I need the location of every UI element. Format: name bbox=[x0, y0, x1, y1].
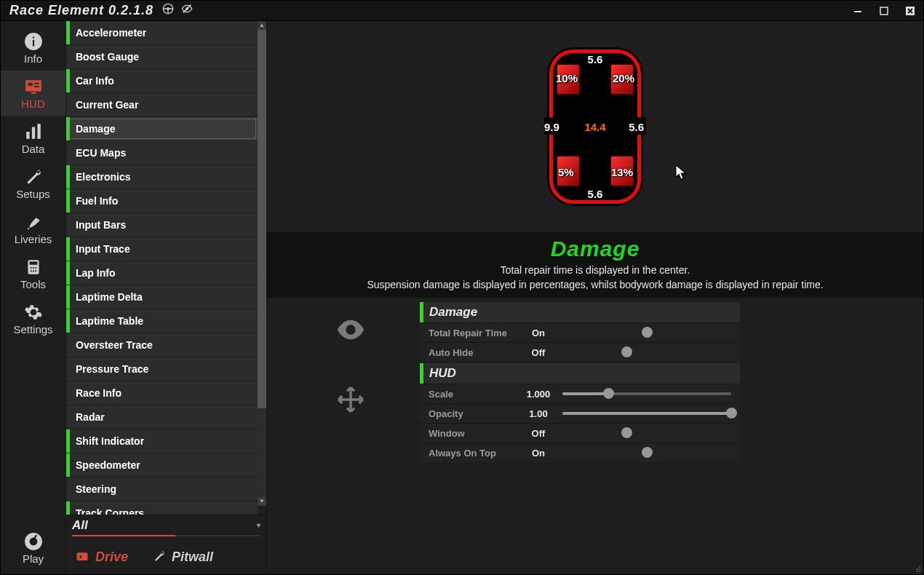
svg-point-21 bbox=[30, 267, 31, 269]
mode-label: Pitwall bbox=[172, 550, 213, 565]
svg-rect-16 bbox=[31, 127, 34, 138]
prop-name: Always On Top bbox=[420, 448, 514, 459]
hud-item[interactable]: Pressure Trace bbox=[66, 357, 258, 381]
enabled-marker bbox=[66, 285, 70, 309]
enabled-marker bbox=[66, 357, 70, 381]
enabled-marker bbox=[66, 309, 70, 333]
hud-item[interactable]: Input Bars bbox=[66, 213, 258, 237]
hud-item[interactable]: Oversteer Trace bbox=[66, 333, 258, 357]
damage-car-overlay: 5.6 5.6 9.9 5.6 14.4 10% 20% 5% 13% bbox=[547, 47, 643, 206]
nav-settings[interactable]: Settings bbox=[1, 296, 65, 341]
hud-item[interactable]: Electronics bbox=[66, 165, 258, 189]
nav-setups[interactable]: Setups bbox=[1, 161, 65, 206]
scroll-down-button[interactable]: ▼ bbox=[258, 497, 266, 506]
move-button[interactable] bbox=[330, 379, 371, 420]
scroll-thumb[interactable] bbox=[258, 30, 266, 408]
hud-item[interactable]: Damage bbox=[66, 117, 258, 140]
hud-item-label: Input Trace bbox=[76, 243, 130, 255]
scrollbar[interactable]: ▲ ▼ bbox=[258, 21, 266, 506]
hud-item-label: Fuel Info bbox=[76, 195, 118, 207]
close-button[interactable] bbox=[897, 1, 923, 21]
hud-item[interactable]: Input Trace bbox=[66, 237, 258, 261]
hud-item-label: Pressure Trace bbox=[76, 363, 148, 375]
hud-item[interactable]: Track Corners bbox=[66, 501, 258, 515]
prop-slider[interactable] bbox=[562, 392, 740, 395]
hud-item[interactable]: Current Gear bbox=[66, 93, 258, 116]
svg-rect-11 bbox=[31, 92, 36, 93]
svg-point-22 bbox=[32, 267, 33, 269]
prop-name: Auto Hide bbox=[420, 347, 514, 358]
enabled-marker bbox=[66, 237, 70, 261]
prop-row: Total Repair TimeOn bbox=[420, 322, 740, 342]
prop-toggle[interactable] bbox=[562, 432, 740, 435]
damage-susp-rr: 13% bbox=[611, 166, 633, 178]
hud-item[interactable]: Speedometer bbox=[66, 453, 258, 477]
prop-toggle[interactable] bbox=[562, 451, 740, 454]
enabled-marker bbox=[66, 261, 70, 285]
hud-item[interactable]: Accelerometer bbox=[66, 21, 258, 44]
hud-item[interactable]: Radar bbox=[66, 405, 258, 429]
hud-item[interactable]: Car Info bbox=[66, 69, 258, 92]
svg-rect-15 bbox=[26, 132, 29, 139]
overlay-desc-1: Total repair time is displayed in the ce… bbox=[267, 264, 923, 276]
prop-slider[interactable] bbox=[562, 412, 740, 415]
maximize-button[interactable] bbox=[871, 1, 897, 21]
svg-point-23 bbox=[35, 267, 36, 269]
hud-item[interactable]: Fuel Info bbox=[66, 189, 258, 213]
enabled-marker bbox=[66, 45, 70, 68]
enabled-marker bbox=[66, 453, 70, 477]
hud-item[interactable]: Race Info bbox=[66, 381, 258, 405]
svg-point-30 bbox=[346, 325, 355, 334]
svg-rect-10 bbox=[25, 80, 41, 91]
title-bar[interactable]: Race Element 0.2.1.8 bbox=[1, 1, 923, 21]
hud-list[interactable]: AccelerometerBoost GaugeCar InfoCurrent … bbox=[66, 21, 258, 515]
resize-grip-icon[interactable]: ⣴ bbox=[915, 563, 922, 573]
hud-item[interactable]: ECU Maps bbox=[66, 141, 258, 164]
prop-toggle[interactable] bbox=[562, 351, 740, 354]
filter-dropdown[interactable]: All ▾ bbox=[66, 515, 266, 535]
damage-front: 5.6 bbox=[588, 53, 603, 66]
nav-tools[interactable]: Tools bbox=[1, 251, 65, 296]
nav-hud[interactable]: HUD bbox=[1, 71, 65, 116]
svg-point-25 bbox=[32, 270, 33, 271]
hud-item[interactable]: Steering bbox=[66, 477, 258, 501]
hud-item[interactable]: Lap Info bbox=[66, 261, 258, 285]
nav-label: Setups bbox=[16, 188, 50, 200]
scroll-up-button[interactable]: ▲ bbox=[258, 21, 266, 30]
svg-point-24 bbox=[30, 270, 31, 271]
visibility-toggle-button[interactable] bbox=[330, 309, 371, 350]
hud-item-label: Speedometer bbox=[76, 459, 140, 471]
nav-label: Settings bbox=[13, 323, 52, 336]
hud-item-label: Track Corners bbox=[76, 507, 144, 515]
svg-rect-9 bbox=[32, 36, 33, 38]
hud-item[interactable]: Laptime Delta bbox=[66, 285, 258, 309]
hud-item-label: Laptime Delta bbox=[76, 291, 143, 303]
prop-row: WindowOff bbox=[420, 423, 740, 443]
nav-info[interactable]: Info bbox=[1, 25, 65, 71]
enabled-marker bbox=[66, 189, 70, 213]
enabled-marker bbox=[66, 477, 70, 501]
enabled-marker bbox=[66, 165, 70, 189]
nav-label: Tools bbox=[20, 278, 46, 290]
nav-play[interactable]: Play bbox=[1, 526, 65, 570]
enabled-marker bbox=[66, 381, 70, 405]
hud-item[interactable]: Shift Indicator bbox=[66, 429, 258, 453]
nav-label: Data bbox=[22, 143, 45, 155]
svg-rect-8 bbox=[32, 39, 33, 46]
nav-label: Liveries bbox=[15, 233, 52, 245]
nav-liveries[interactable]: Liveries bbox=[1, 206, 65, 251]
prop-toggle[interactable] bbox=[562, 331, 740, 334]
enabled-marker bbox=[66, 429, 70, 453]
mode-pitwall[interactable]: Pitwall bbox=[151, 550, 213, 565]
filter-divider bbox=[72, 535, 260, 536]
nav-data[interactable]: Data bbox=[1, 116, 65, 161]
hud-item[interactable]: Laptime Table bbox=[66, 309, 258, 333]
mode-drive[interactable]: Drive bbox=[75, 550, 128, 565]
app-title: Race Element 0.2.1.8 bbox=[9, 3, 154, 18]
enabled-marker bbox=[66, 141, 70, 164]
hud-item[interactable]: Boost Gauge bbox=[66, 45, 258, 68]
svg-rect-17 bbox=[37, 124, 40, 139]
minimize-button[interactable] bbox=[845, 1, 871, 21]
svg-point-26 bbox=[35, 270, 36, 271]
prop-name: Opacity bbox=[420, 408, 514, 419]
